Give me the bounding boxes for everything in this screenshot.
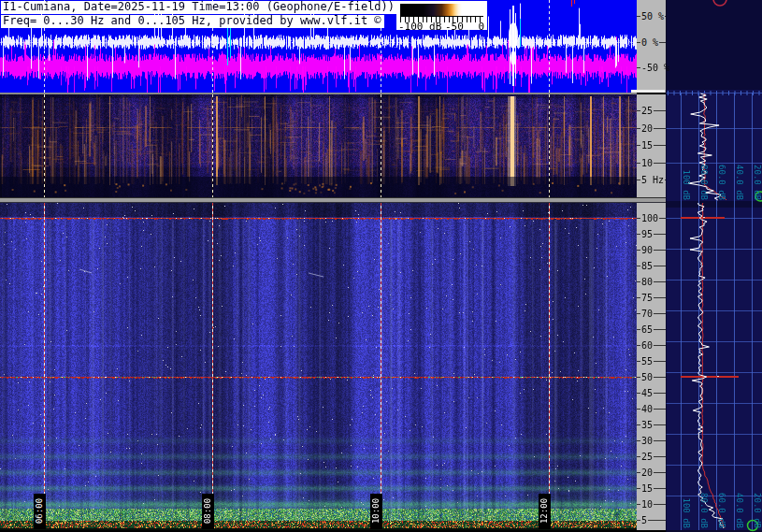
spectrogram-105hz-canvas bbox=[0, 203, 637, 530]
colorbar-gradient bbox=[400, 4, 483, 16]
time-label-text: 12:00 bbox=[539, 494, 549, 528]
freq105-tick-10: 50 bbox=[637, 373, 666, 381]
tick-mark bbox=[654, 163, 666, 164]
axis-tick-label: 95 bbox=[641, 228, 653, 238]
tick-mark bbox=[637, 218, 640, 219]
freq105-tick-0: 100 bbox=[637, 214, 666, 223]
tick-mark bbox=[637, 488, 640, 489]
tick-mark bbox=[637, 472, 640, 473]
tick-mark bbox=[654, 329, 666, 330]
freq30-tick-4: 5 Hz bbox=[637, 176, 666, 184]
db-label-40.0: 40.0 dB bbox=[735, 163, 744, 200]
freq105-tick-3: 85 bbox=[637, 262, 666, 270]
colorbar-label-max: 0 bbox=[478, 21, 484, 33]
tick-mark bbox=[637, 42, 640, 43]
db-label-80.0: 80.0 dB bbox=[699, 163, 709, 200]
freq105-tick-15: 25 bbox=[637, 453, 666, 461]
freq105-tick-6: 70 bbox=[637, 309, 666, 318]
tick-mark bbox=[654, 128, 666, 129]
axis-tick-label: 50 bbox=[641, 371, 653, 381]
tick-mark bbox=[654, 440, 666, 441]
db-label-20.0: 20.0 dB bbox=[753, 163, 762, 200]
freq105-tick-5: 75 bbox=[637, 294, 666, 302]
spectrogram-30hz-canvas bbox=[0, 94, 637, 197]
tick-mark bbox=[637, 313, 640, 314]
tick-mark bbox=[637, 424, 640, 425]
db-label-100: 100 dB bbox=[682, 491, 691, 528]
axis-tick-label: 25 bbox=[641, 451, 653, 461]
tick-mark bbox=[637, 393, 640, 394]
axis-tick-label: 85 bbox=[641, 260, 653, 270]
freq105-tick-19: 5 bbox=[637, 516, 666, 525]
amplitude-tick-2: -50 % bbox=[637, 64, 666, 72]
tick-mark bbox=[654, 345, 666, 346]
tick-mark bbox=[637, 67, 640, 68]
tick-mark bbox=[654, 145, 666, 146]
axis-tick-label: 10 bbox=[641, 157, 653, 167]
tick-mark bbox=[637, 250, 640, 251]
tick-mark bbox=[637, 180, 640, 180]
freq105-tick-12: 40 bbox=[637, 405, 666, 413]
db-label-40.0: 40.0 dB bbox=[735, 491, 744, 528]
freq30-tick-0: 25 bbox=[637, 107, 666, 115]
freq30-tick-3: 10 bbox=[637, 159, 666, 167]
freq-axis-105hz: 1009590858075706560555045403530252015105 bbox=[637, 203, 666, 530]
freq105-tick-1: 95 bbox=[637, 230, 666, 238]
title-line-1: I1-Cumiana, Date=2025-11-19 Time=13:00 (… bbox=[1, 1, 397, 14]
spectrum-side-panel-canvas bbox=[666, 0, 762, 532]
tick-mark bbox=[654, 409, 666, 410]
axis-tick-label: 50 % bbox=[641, 10, 664, 21]
tick-mark bbox=[654, 281, 666, 282]
axis-tick-label: 15 bbox=[641, 140, 653, 151]
freq105-tick-11: 45 bbox=[637, 389, 666, 397]
axis-tick-label: 35 bbox=[641, 419, 653, 429]
axis-tick-label: 20 bbox=[641, 467, 653, 477]
tick-mark bbox=[637, 456, 640, 457]
tick-mark bbox=[637, 128, 640, 129]
tick-mark bbox=[637, 377, 640, 378]
axis-tick-label: 45 bbox=[641, 387, 653, 397]
freq105-tick-13: 35 bbox=[637, 421, 666, 429]
tick-mark bbox=[654, 393, 666, 394]
freq105-tick-16: 20 bbox=[637, 468, 666, 477]
amplitude-axis: 50 %0 %-50 % bbox=[637, 0, 666, 93]
title-line-2: Freq= 0...30 Hz and 0...105 Hz, provided… bbox=[1, 15, 384, 28]
tick-mark bbox=[654, 456, 666, 457]
time-label-text: 10:00 bbox=[371, 494, 381, 528]
colorbar-label-mid: -50 bbox=[445, 21, 464, 33]
waveform-spectrogram-separator bbox=[0, 93, 637, 94]
tick-mark bbox=[654, 488, 666, 489]
tick-mark bbox=[637, 110, 640, 111]
tick-mark bbox=[637, 266, 640, 266]
freq105-tick-9: 55 bbox=[637, 357, 666, 366]
time-label-text: 08:00 bbox=[203, 494, 212, 528]
tick-mark bbox=[637, 329, 640, 330]
freq30-tick-2: 15 bbox=[637, 141, 666, 150]
axis-tick-label: 65 bbox=[641, 324, 653, 334]
tick-mark bbox=[637, 345, 640, 346]
tick-mark bbox=[654, 313, 666, 314]
tick-mark bbox=[654, 504, 666, 505]
tick-mark bbox=[654, 110, 666, 111]
freq30-tick-1: 20 bbox=[637, 124, 666, 133]
axis-tick-label: 70 bbox=[641, 308, 653, 318]
amplitude-tick-1: 0 % bbox=[637, 38, 666, 47]
freq105-tick-4: 80 bbox=[637, 278, 666, 286]
axis-tick-label: 10 bbox=[641, 498, 653, 509]
tick-mark bbox=[654, 297, 666, 298]
tick-mark bbox=[637, 409, 640, 410]
tick-mark bbox=[637, 234, 640, 235]
freq-axis-30hz: 252015105 Hz bbox=[637, 94, 666, 197]
db-label-20.0: 20.0 dB bbox=[753, 491, 762, 528]
freq105-tick-17: 15 bbox=[637, 484, 666, 493]
time-label-0600: 06:00 bbox=[34, 494, 46, 529]
tick-mark bbox=[637, 504, 640, 505]
tick-mark bbox=[654, 361, 666, 362]
db-label-60.0: 60.0 dB bbox=[717, 163, 726, 200]
freq105-tick-14: 30 bbox=[637, 437, 666, 445]
tick-mark bbox=[637, 163, 640, 164]
freq105-tick-7: 65 bbox=[637, 325, 666, 334]
axis-tick-label: 15 bbox=[641, 482, 653, 493]
db-label-60.0: 60.0 dB bbox=[717, 491, 726, 528]
time-label-1000: 10:00 bbox=[370, 494, 382, 529]
